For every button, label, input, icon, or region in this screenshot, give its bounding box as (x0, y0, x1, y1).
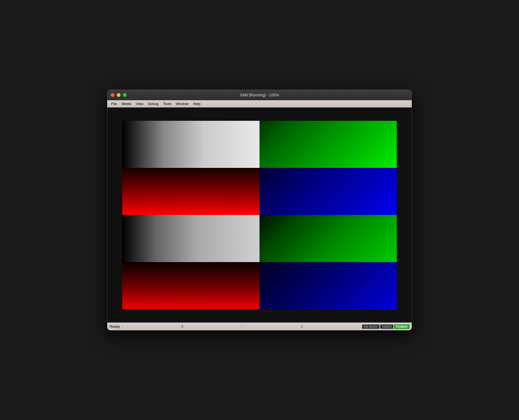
display-grid (122, 121, 397, 309)
panel-green-top-right (260, 121, 397, 168)
status-badges: HD BUSY TIMER POWER (362, 324, 409, 329)
panel-blue-bottom-right (260, 262, 397, 309)
panel-gray-lower-left (122, 215, 260, 262)
maximize-button[interactable] (123, 93, 127, 97)
panel-red-mid-left (122, 168, 260, 215)
menu-bar: File Media View Debug Tools Window Help (107, 100, 412, 107)
panel-red-bottom-left (122, 262, 260, 309)
status-bar: Ready 0 1 HD BUSY TIMER POWER (107, 322, 412, 330)
minimize-button[interactable] (117, 93, 121, 97)
title-bar: XM6 [Running] - 100% (107, 90, 412, 100)
close-button[interactable] (111, 93, 115, 97)
status-segment-0: 0 (122, 325, 242, 329)
menu-media[interactable]: Media (119, 101, 133, 106)
app-window: XM6 [Running] - 100% File Media View Deb… (107, 89, 412, 331)
status-segment-1: 1 (242, 325, 362, 329)
power-badge: POWER (394, 324, 409, 329)
menu-help[interactable]: Help (191, 101, 203, 106)
menu-window[interactable]: Window (174, 101, 191, 106)
panel-gray-top-left (122, 121, 260, 168)
panel-blue-mid-right (260, 168, 397, 215)
menu-file[interactable]: File (109, 101, 119, 106)
window-controls (111, 93, 127, 97)
status-ready-text: Ready (110, 324, 122, 329)
window-title: XM6 [Running] - 100% (240, 93, 279, 97)
menu-view[interactable]: View (133, 101, 146, 106)
menu-tools[interactable]: Tools (161, 101, 174, 106)
menu-debug[interactable]: Debug (146, 101, 161, 106)
hd-busy-badge: HD BUSY (362, 324, 380, 329)
timer-badge: TIMER (380, 324, 393, 329)
panel-green-lower-right (260, 215, 397, 262)
main-content (107, 107, 412, 322)
